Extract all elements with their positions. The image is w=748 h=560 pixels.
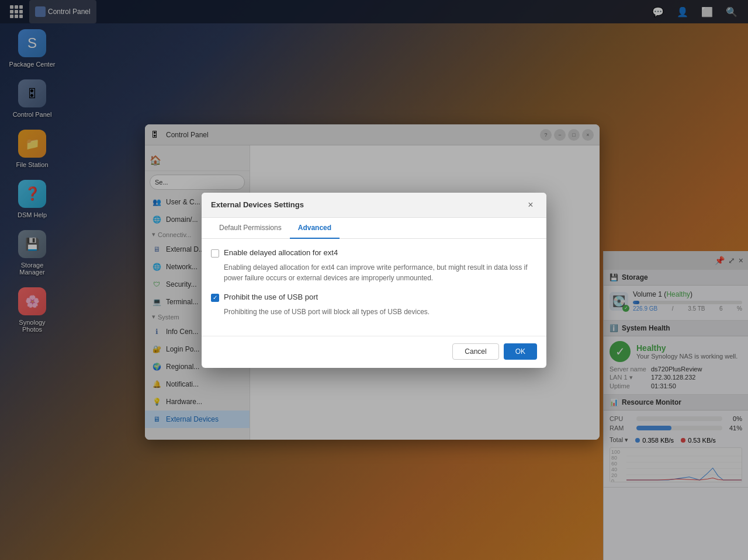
ext4-checkbox[interactable] (211, 249, 219, 258)
modal-overlay: External Devices Settings × Default Perm… (0, 0, 748, 560)
usb-option-row: ✓ Prohibit the use of USB port (211, 293, 537, 302)
modal-body: Enable delayed allocation for ext4 Enabl… (202, 239, 546, 336)
modal-close-button[interactable]: × (524, 199, 537, 211)
usb-description: Prohibiting the use of USB port will blo… (224, 307, 537, 317)
modal-header: External Devices Settings × (202, 193, 546, 218)
ext4-description: Enabling delayed allocation for ext4 can… (224, 262, 537, 283)
cancel-button[interactable]: Cancel (452, 343, 498, 360)
modal-tabs: Default Permissions Advanced (202, 218, 546, 239)
external-devices-settings-modal: External Devices Settings × Default Perm… (202, 193, 546, 368)
ext4-option-row: Enable delayed allocation for ext4 (211, 248, 537, 258)
modal-footer: Cancel OK (202, 336, 546, 367)
usb-label: Prohibit the use of USB port (224, 293, 318, 301)
ext4-label: Enable delayed allocation for ext4 (224, 248, 338, 257)
tab-default-permissions[interactable]: Default Permissions (211, 218, 290, 239)
tab-advanced[interactable]: Advanced (290, 218, 340, 239)
modal-title: External Devices Settings (211, 200, 304, 209)
ok-button[interactable]: OK (504, 343, 537, 360)
usb-checkbox[interactable]: ✓ (211, 294, 219, 302)
